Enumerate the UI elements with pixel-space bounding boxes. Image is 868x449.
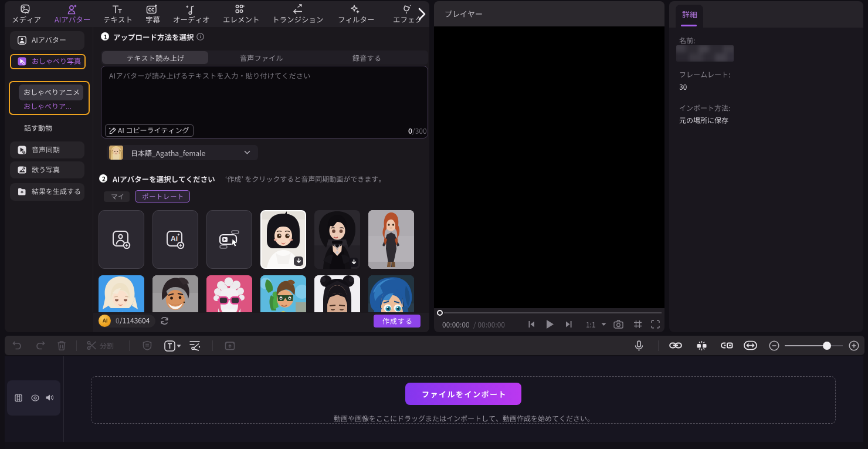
svg-text:Ai: Ai <box>171 235 178 243</box>
